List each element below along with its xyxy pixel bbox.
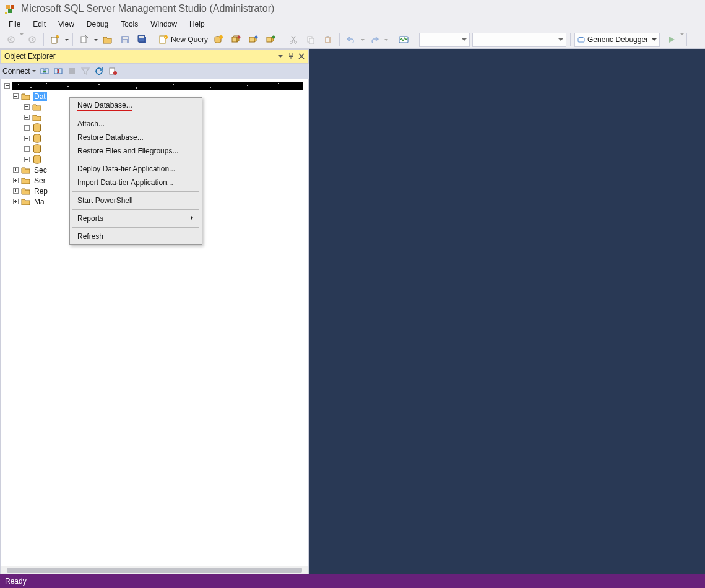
menu-attach[interactable]: Attach... <box>71 117 201 131</box>
svg-rect-37 <box>291 57 292 59</box>
menu-help[interactable]: Help <box>183 18 211 30</box>
expand-icon[interactable] <box>12 197 20 205</box>
debug-target-dropdown[interactable]: Generic Debugger <box>574 33 660 47</box>
menu-separator <box>72 191 199 192</box>
expand-icon[interactable] <box>23 113 31 121</box>
filter-oe-icon[interactable] <box>79 65 92 77</box>
svg-point-49 <box>30 87 32 88</box>
menu-restore-files[interactable]: Restore Files and Filegroups... <box>71 144 201 158</box>
refresh-oe-icon[interactable] <box>93 65 105 77</box>
svg-point-18 <box>219 35 223 39</box>
menu-start-powershell[interactable]: Start PowerShell <box>71 194 201 207</box>
svg-point-7 <box>56 35 59 38</box>
databases-context-menu: New Database... Attach... Restore Databa… <box>69 97 202 245</box>
folder-icon <box>21 197 31 207</box>
policy-oe-icon[interactable] <box>106 65 119 77</box>
expand-icon[interactable] <box>23 103 31 111</box>
svg-point-48 <box>18 84 19 85</box>
collapse-icon[interactable] <box>12 92 20 100</box>
menu-refresh[interactable]: Refresh <box>71 230 201 243</box>
database-icon <box>32 123 42 133</box>
connect-oe-icon[interactable] <box>38 65 51 77</box>
menu-file[interactable]: File <box>2 18 27 30</box>
solution-config-dropdown[interactable] <box>419 33 470 47</box>
document-area <box>309 49 705 574</box>
stop-oe-icon[interactable] <box>66 65 78 77</box>
new-item-dropdown[interactable] <box>93 33 99 46</box>
redo-button[interactable] <box>366 33 383 46</box>
new-item-button[interactable] <box>76 33 92 46</box>
collapse-icon[interactable] <box>3 82 11 90</box>
expand-icon[interactable] <box>12 176 20 184</box>
svg-rect-41 <box>54 69 58 74</box>
new-query-button[interactable]: New Query <box>157 33 209 46</box>
svg-rect-10 <box>123 37 128 39</box>
svg-rect-6 <box>51 37 57 43</box>
menu-reports[interactable]: Reports <box>71 212 201 225</box>
svg-rect-28 <box>309 38 314 44</box>
database-icon <box>32 144 42 154</box>
expand-icon[interactable] <box>23 155 31 163</box>
panel-pin-icon[interactable] <box>287 52 295 61</box>
save-button[interactable] <box>117 33 133 46</box>
solution-platform-dropdown[interactable] <box>472 33 566 47</box>
cut-button[interactable] <box>285 33 301 46</box>
svg-point-45 <box>113 71 117 75</box>
svg-rect-11 <box>123 40 127 43</box>
status-text: Ready <box>5 577 27 586</box>
svg-rect-19 <box>232 37 237 42</box>
folder-icon <box>21 165 31 175</box>
folder-icon <box>32 113 42 123</box>
connect-button[interactable]: Connect <box>2 67 36 76</box>
menu-new-database[interactable]: New Database... <box>71 99 201 113</box>
object-explorer-toolbar: Connect <box>0 64 309 79</box>
tree-server-node[interactable] <box>3 80 308 91</box>
nav-back-button[interactable] <box>3 33 19 46</box>
as-dmx-query-button[interactable] <box>245 33 261 46</box>
folder-icon <box>21 186 31 196</box>
svg-point-51 <box>67 86 69 87</box>
svg-rect-35 <box>290 53 292 56</box>
panel-close-icon[interactable] <box>297 52 306 61</box>
database-icon <box>32 155 42 165</box>
disconnect-oe-icon[interactable] <box>52 65 64 77</box>
undo-button[interactable] <box>343 33 359 46</box>
expand-icon[interactable] <box>23 134 31 142</box>
new-project-dropdown[interactable] <box>64 33 70 46</box>
paste-button[interactable] <box>320 33 336 46</box>
save-all-button[interactable] <box>134 33 150 46</box>
svg-rect-40 <box>43 71 46 72</box>
svg-point-57 <box>278 83 279 84</box>
panel-menu-icon[interactable] <box>276 52 285 61</box>
expand-icon[interactable] <box>23 145 31 153</box>
expand-icon[interactable] <box>12 187 20 195</box>
menu-tools[interactable]: Tools <box>115 18 144 30</box>
new-query-label: New Query <box>171 35 208 44</box>
object-explorer-titlebar[interactable]: Object Explorer <box>0 49 309 64</box>
menu-import-dta[interactable]: Import Data-tier Application... <box>71 176 201 189</box>
svg-point-54 <box>173 84 174 85</box>
svg-rect-30 <box>326 38 329 42</box>
main-toolbar: New Query Generic Debugger <box>0 31 705 49</box>
nav-forward-button[interactable] <box>24 33 40 46</box>
expand-icon[interactable] <box>12 166 20 174</box>
svg-rect-3 <box>5 12 7 14</box>
svg-rect-0 <box>6 5 10 9</box>
open-file-button[interactable] <box>100 33 116 46</box>
as-mdx-query-button[interactable] <box>228 33 244 46</box>
menu-deploy-dta[interactable]: Deploy Data-tier Application... <box>71 162 201 176</box>
expand-icon[interactable] <box>23 124 31 132</box>
new-project-button[interactable] <box>47 33 63 46</box>
menu-edit[interactable]: Edit <box>27 18 52 30</box>
copy-button[interactable] <box>303 33 319 46</box>
db-engine-query-button[interactable] <box>210 33 227 46</box>
as-xmla-query-button[interactable] <box>262 33 279 46</box>
activity-monitor-button[interactable] <box>396 33 412 46</box>
tree-databases-label: Dat <box>33 92 47 101</box>
start-debug-button[interactable] <box>664 33 680 46</box>
horizontal-scrollbar[interactable] <box>1 566 308 574</box>
menu-view[interactable]: View <box>52 18 80 30</box>
menu-restore-database[interactable]: Restore Database... <box>71 131 201 144</box>
menu-debug[interactable]: Debug <box>80 18 115 30</box>
menu-window[interactable]: Window <box>144 18 183 30</box>
